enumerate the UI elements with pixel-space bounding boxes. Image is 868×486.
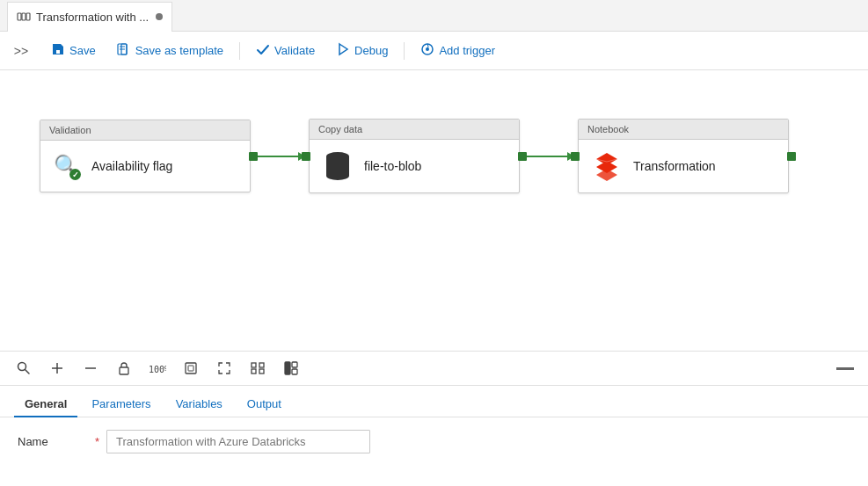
name-label: Name	[18, 435, 88, 448]
validation-node-header: Validation	[40, 120, 250, 141]
connector-1	[251, 152, 309, 161]
debug-icon	[336, 42, 350, 59]
pipeline-tab-label: Transformation with ...	[36, 11, 149, 24]
svg-rect-28	[285, 362, 290, 374]
fit-view-icon[interactable]: 100%	[148, 359, 167, 378]
connector-line-2	[527, 156, 571, 157]
connector-dot-in-2	[571, 152, 580, 161]
svg-rect-29	[292, 362, 297, 367]
expand-icon[interactable]	[215, 359, 234, 378]
connector-dot-in-1	[302, 152, 310, 161]
notebook-node-body: Transformation	[579, 140, 788, 192]
search-check-icon: 🔍 ✓	[53, 152, 81, 180]
svg-rect-27	[259, 369, 264, 374]
copy-data-node-header: Copy data	[310, 120, 519, 140]
validation-node[interactable]: Validation 🔍 ✓ Availability flag	[40, 120, 251, 192]
debug-label: Debug	[354, 44, 388, 57]
svg-rect-25	[259, 363, 264, 367]
validation-node-label: Availability flag	[91, 159, 172, 173]
notebook-node-header: Notebook	[579, 120, 788, 140]
svg-rect-23	[188, 366, 193, 371]
resize-icon[interactable]	[248, 359, 267, 378]
layout-icon[interactable]	[281, 359, 301, 378]
validate-icon	[256, 42, 270, 59]
validate-button[interactable]: Validate	[247, 38, 324, 63]
copy-data-node-label: file-to-blob	[364, 159, 421, 173]
pipeline-end-dot	[787, 152, 796, 161]
svg-rect-24	[252, 363, 256, 367]
tab-general[interactable]: General	[14, 392, 77, 417]
debug-button[interactable]: Debug	[327, 38, 397, 63]
connector-dot-out-1	[249, 152, 258, 161]
cylinder-icon	[322, 150, 354, 182]
copy-data-node-body: file-to-blob	[310, 140, 519, 192]
add-trigger-button[interactable]: Add trigger	[412, 38, 504, 63]
svg-rect-30	[292, 369, 297, 374]
svg-rect-2	[26, 13, 30, 20]
connector-line-1	[258, 156, 302, 157]
name-required-marker: *	[95, 435, 99, 448]
svg-rect-26	[252, 369, 256, 374]
copy-data-node[interactable]: Copy data file-to-blob	[309, 119, 520, 193]
tab-variables[interactable]: Variables	[165, 392, 233, 417]
nav-chevron[interactable]: >>	[11, 40, 32, 62]
pipeline-tab-icon	[17, 10, 31, 24]
notebook-node-label: Transformation	[633, 159, 716, 173]
notebook-node[interactable]: Notebook Transformati	[578, 119, 789, 193]
zoom-in-icon[interactable]	[47, 359, 67, 378]
save-button[interactable]: Save	[42, 38, 105, 63]
app-container: Transformation with ... >> Save Save as …	[0, 0, 868, 486]
name-input[interactable]	[106, 430, 370, 453]
bottom-panel: General Parameters Variables Output Name…	[0, 386, 868, 466]
pipeline-flow: Validation 🔍 ✓ Availability flag	[40, 119, 796, 193]
toolbar-divider-2	[404, 42, 405, 60]
save-as-template-button[interactable]: Save as template	[108, 38, 232, 63]
main-toolbar: >> Save Save as template Validate	[0, 32, 868, 70]
canvas-toolbar: 100%	[0, 352, 868, 386]
svg-text:100%: 100%	[149, 365, 166, 374]
validation-node-body: 🔍 ✓ Availability flag	[40, 141, 250, 192]
panel-tab-headers: General Parameters Variables Output	[0, 386, 868, 417]
add-trigger-icon	[420, 42, 434, 59]
svg-rect-1	[22, 13, 26, 20]
save-label: Save	[69, 44, 96, 57]
general-properties-panel: Name *	[0, 417, 868, 466]
zoom-out-icon[interactable]	[81, 359, 100, 378]
lock-icon[interactable]	[114, 359, 134, 378]
connector-2	[520, 152, 578, 161]
svg-rect-20	[120, 367, 128, 374]
svg-marker-7	[339, 44, 347, 54]
save-template-label: Save as template	[135, 44, 223, 57]
svg-rect-22	[186, 363, 196, 374]
svg-rect-0	[18, 13, 21, 20]
toolbar-divider-1	[239, 42, 240, 60]
databricks-icon	[591, 150, 623, 182]
pipeline-canvas[interactable]: Validation 🔍 ✓ Availability flag	[0, 70, 868, 352]
svg-marker-12	[596, 169, 617, 181]
tab-modified-dot	[156, 13, 163, 20]
save-template-icon	[117, 42, 131, 59]
add-trigger-label: Add trigger	[439, 44, 495, 57]
minimize-panel-button[interactable]	[836, 367, 854, 370]
tab-output[interactable]: Output	[237, 392, 292, 417]
zoom-search-icon[interactable]	[14, 359, 33, 378]
tab-bar: Transformation with ...	[0, 0, 868, 32]
tab-parameters[interactable]: Parameters	[81, 392, 161, 417]
fit-canvas-icon[interactable]	[181, 359, 201, 378]
pipeline-tab[interactable]: Transformation with ...	[7, 2, 172, 32]
svg-line-16	[26, 370, 30, 374]
save-icon	[51, 42, 65, 59]
validate-label: Validate	[274, 44, 315, 57]
connector-dot-out-2	[518, 152, 527, 161]
